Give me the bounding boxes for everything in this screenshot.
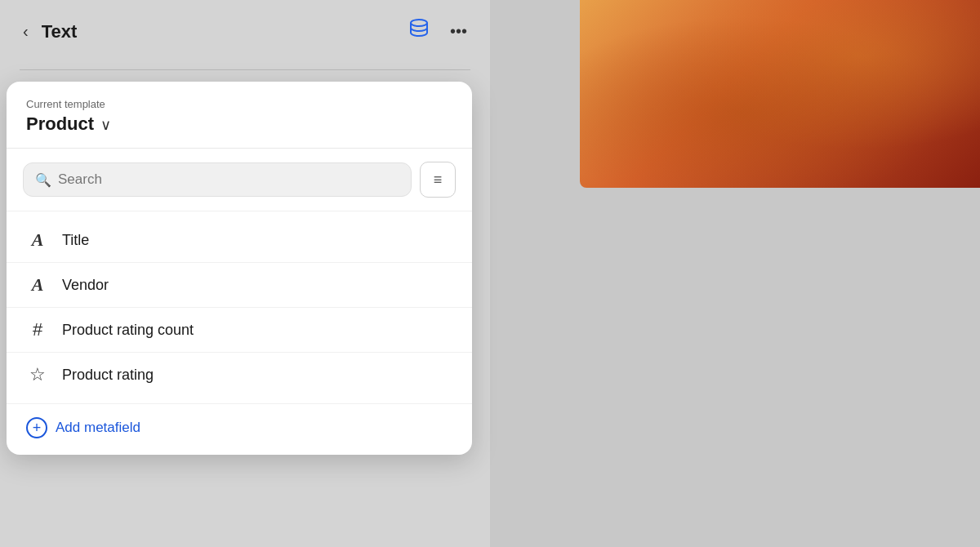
add-circle-icon: + xyxy=(26,417,47,438)
header-left: ‹ Text xyxy=(20,19,77,44)
star-icon: ☆ xyxy=(26,364,49,385)
search-row: 🔍 ≡ xyxy=(7,149,472,211)
product-rating-count-label: Product rating count xyxy=(62,322,194,339)
dropdown-panel: Current template Product ∨ 🔍 ≡ A Title A… xyxy=(7,82,472,455)
more-options-button[interactable]: ••• xyxy=(447,19,470,44)
vendor-label: Vendor xyxy=(62,277,109,294)
back-button[interactable]: ‹ xyxy=(20,19,32,44)
add-metafield-row: + Add metafield xyxy=(7,403,472,455)
dropdown-header: Current template Product ∨ xyxy=(7,82,472,149)
header-divider xyxy=(20,69,470,70)
vendor-text-icon: A xyxy=(26,274,49,296)
add-metafield-label: Add metafield xyxy=(56,420,140,436)
current-template-label: Current template xyxy=(26,98,452,110)
list-item[interactable]: ☆ Product rating xyxy=(7,353,472,397)
add-metafield-button[interactable]: + Add metafield xyxy=(26,417,140,438)
title-text-icon: A xyxy=(26,229,49,251)
search-box[interactable]: 🔍 xyxy=(23,162,412,197)
page-title: Text xyxy=(42,21,78,42)
panel-header: ‹ Text ••• xyxy=(20,13,470,50)
preview-overlay xyxy=(580,0,980,188)
hash-icon: # xyxy=(26,319,49,340)
database-icon-button[interactable] xyxy=(403,13,435,50)
title-label: Title xyxy=(62,232,89,249)
preview-image xyxy=(580,0,980,188)
dropdown-items-list: A Title A Vendor # Product rating count … xyxy=(7,211,472,403)
header-icons: ••• xyxy=(403,13,470,50)
search-icon: 🔍 xyxy=(35,172,51,188)
template-selector[interactable]: Product ∨ xyxy=(26,113,452,135)
search-input[interactable] xyxy=(58,171,399,188)
list-item[interactable]: # Product rating count xyxy=(7,308,472,352)
template-name: Product xyxy=(26,113,94,135)
product-rating-label: Product rating xyxy=(62,367,154,384)
filter-button[interactable]: ≡ xyxy=(420,162,456,198)
chevron-down-icon: ∨ xyxy=(100,116,111,134)
filter-icon: ≡ xyxy=(434,171,443,189)
svg-point-0 xyxy=(411,20,427,26)
list-item[interactable]: A Title xyxy=(7,218,472,262)
database-icon xyxy=(406,16,432,42)
right-panel xyxy=(490,0,980,547)
list-item[interactable]: A Vendor xyxy=(7,263,472,307)
